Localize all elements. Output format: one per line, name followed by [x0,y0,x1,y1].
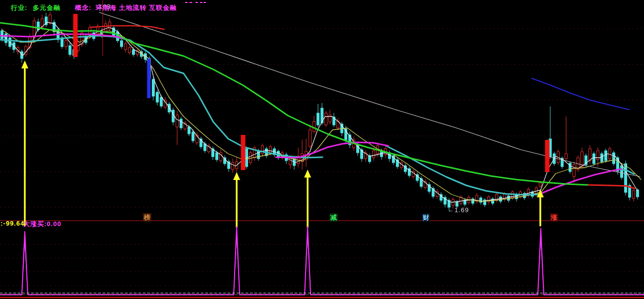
candle-body [609,149,611,159]
concept-value: 环渤海 土地流转 互联金融 [96,3,177,12]
candle-body [129,48,131,53]
candle-body [565,154,568,159]
candle-body [613,153,615,164]
ma-red-tail [588,185,635,188]
candle-body [176,115,179,127]
candle-body [69,46,71,55]
candle-body [49,15,52,23]
candle-body [369,156,371,162]
event-marker-zhang[interactable]: 涨 [550,213,558,222]
chart-canvas[interactable] [0,0,644,299]
concept-label: 概念: [75,3,91,12]
buy-arrow-head [233,172,240,180]
header-dots [185,2,188,3]
event-marker-cai[interactable]: 财 [422,213,430,222]
candle-body [508,196,510,200]
candle-body [317,113,320,125]
ma5-white [2,22,638,202]
candle-body [232,163,234,170]
header-dots [203,2,206,3]
candle-body [472,199,474,203]
buy-arrow-head [304,170,311,178]
price-annotation: ←1.69 [448,206,469,214]
highlight-bar [147,59,151,98]
candle-body [121,41,123,47]
industry-label: 行业: [11,3,27,12]
candle-body [589,149,591,161]
candle-body [329,115,331,122]
header-dots [190,2,192,3]
event-marker-jian[interactable]: 减 [329,213,338,222]
candle-body [325,113,327,125]
candle-body [313,121,316,131]
candle-body [188,127,191,134]
header-dots [195,2,198,3]
candle-body [180,119,183,128]
header-dots [200,2,202,3]
candle-body [269,147,272,153]
signal-line-secondary [0,235,644,295]
candle-body [156,92,159,102]
candle-body [460,197,462,203]
candle-body [573,165,576,177]
highlight-bar [545,140,550,172]
stock-chart-app-window: 行业: 多元金融 3.03 概念: 环渤海 土地流转 互联金融 :-99.64 … [0,0,644,299]
industry-value: 多元金融 [33,3,61,12]
candle-body [373,151,375,158]
candle-body [168,104,171,112]
candle-body [625,164,627,192]
highlight-bar [73,14,78,57]
signal-line-main [0,227,644,295]
buy-arrow-head [21,60,28,68]
candle-body [569,163,572,172]
candle-body [539,183,542,186]
candle-body [593,154,595,164]
candle-body [480,198,482,202]
candle-body [132,50,135,55]
highlight-bar [241,135,246,170]
candle-body [309,130,312,146]
indicator-left-value: :-99.64 [0,220,24,227]
candle-body [65,41,67,47]
candle-body [597,151,599,160]
ma-magenta-rising-3 [539,169,621,194]
candle-body [152,79,155,96]
event-marker-bang[interactable]: 榜 [143,213,151,222]
candle-body [97,27,99,34]
candle-body [456,202,458,206]
candle-body [105,24,107,31]
candle-body [605,151,607,161]
candle-body [192,132,194,141]
candle-body [160,97,163,106]
candle-body [216,153,218,160]
ma-blue-right [532,78,629,110]
candle-body [621,166,623,178]
candle-body [125,44,127,50]
candle-body [633,190,635,198]
buy-signal-label: 大涨买:0.00 [23,220,62,229]
